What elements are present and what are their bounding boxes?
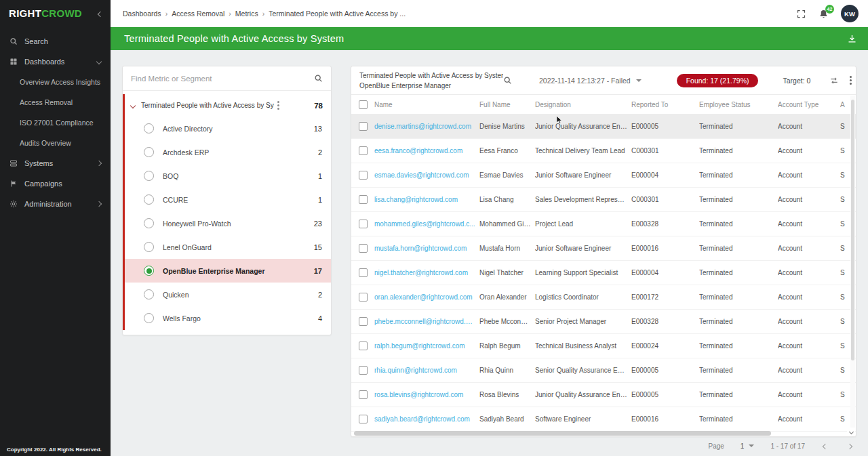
segment-radio[interactable] [144, 218, 154, 228]
row-checkbox[interactable] [359, 122, 368, 131]
segment-item[interactable]: OpenBlue Enterprise Manager17 [125, 259, 331, 283]
email-link[interactable]: mohammed.giles@rightcrowd.c... [374, 220, 479, 228]
email-link[interactable]: sadiyah.beard@rightcrowd.com [374, 415, 479, 423]
metric-search-input[interactable] [131, 75, 314, 83]
email-link[interactable]: esmae.davies@rightcrowd.com [374, 171, 479, 179]
table-row[interactable]: oran.alexander@rightcrowd.comOran Alexan… [351, 285, 856, 310]
segment-radio[interactable] [144, 289, 154, 299]
table-row[interactable]: lisa.chang@rightcrowd.comLisa ChangSales… [351, 188, 856, 212]
segment-radio[interactable] [144, 266, 154, 276]
previous-page-button[interactable] [821, 440, 829, 452]
email-link[interactable]: lisa.chang@rightcrowd.com [374, 196, 479, 203]
breadcrumb-item[interactable]: Metrics [235, 9, 264, 18]
sidebar-item-iso-27001-compliance[interactable]: ISO 27001 Compliance [0, 112, 111, 133]
email-link[interactable]: oran.alexander@rightcrowd.com [374, 293, 479, 301]
column-header[interactable]: Account Type [778, 101, 840, 108]
kebab-menu-icon[interactable] [277, 101, 279, 110]
table-row[interactable]: sadiyah.beard@rightcrowd.comSadiyah Bear… [351, 407, 856, 432]
table-cell: Rhia Quinn [479, 367, 535, 374]
segment-radio[interactable] [144, 171, 154, 181]
table-row[interactable]: nigel.thatcher@rightcrowd.comNigel Thatc… [351, 261, 856, 285]
next-page-button[interactable] [846, 440, 854, 452]
column-header[interactable]: Reported To [631, 101, 699, 108]
table-row[interactable]: mustafa.horn@rightcrowd.comMustafa HornJ… [351, 236, 856, 261]
segment-item[interactable]: Lenel OnGuard15 [125, 235, 331, 259]
segment-radio[interactable] [144, 123, 154, 133]
row-checkbox[interactable] [359, 220, 368, 228]
segment-item[interactable]: BOQ1 [125, 164, 331, 188]
scroll-down-button[interactable] [847, 428, 855, 436]
table-row[interactable]: mohammed.giles@rightcrowd.c...Mohammed G… [351, 212, 856, 236]
sidebar-item-systems[interactable]: Systems [0, 153, 111, 173]
row-checkbox[interactable] [359, 293, 368, 302]
sidebar-item-search[interactable]: Search [0, 31, 111, 51]
breadcrumb-item[interactable]: Dashboards [123, 9, 167, 18]
user-avatar[interactable]: KW [841, 5, 859, 22]
table-row[interactable]: eesa.franco@rightcrowd.comEesa FrancoTec… [351, 139, 856, 163]
kebab-menu-icon[interactable] [850, 76, 852, 85]
column-header[interactable]: Name [374, 101, 479, 108]
table-row[interactable]: phebe.mcconnell@rightcrowd.co...Phebe Mc… [351, 310, 856, 334]
sidebar-item-overview-access-insights[interactable]: Overview Access Insights [0, 72, 111, 92]
row-checkbox[interactable] [359, 195, 368, 204]
sidebar-item-access-removal[interactable]: Access Removal [0, 92, 111, 112]
row-checkbox[interactable] [359, 171, 368, 180]
vertical-scrollbar[interactable] [850, 96, 855, 430]
segment-item[interactable]: Archdesk ERP2 [125, 140, 331, 164]
horizontal-scrollbar[interactable] [354, 431, 845, 436]
row-checkbox[interactable] [359, 317, 368, 326]
compare-button[interactable] [829, 76, 839, 85]
sidebar-collapse-icon[interactable] [98, 7, 102, 19]
table-row[interactable]: denise.martins@rightcrowd.comDenise Mart… [351, 115, 856, 139]
segment-radio[interactable] [144, 147, 154, 157]
segment-item[interactable]: Active Directory13 [125, 117, 331, 140]
row-checkbox[interactable] [359, 341, 368, 350]
segment-item[interactable]: CCURE1 [125, 188, 331, 211]
sidebar-item-dashboards[interactable]: Dashboards [0, 51, 111, 72]
sidebar-item-administration[interactable]: Administration [0, 194, 111, 214]
sidebar-item-campaigns[interactable]: Campaigns [0, 173, 111, 194]
email-link[interactable]: ralph.begum@rightcrowd.com [374, 342, 479, 350]
sidebar-item-audits-overview[interactable]: Audits Overview [0, 133, 111, 153]
vertical-scrollbar-thumb[interactable] [851, 100, 854, 360]
notifications-button[interactable]: 42 [818, 9, 829, 19]
row-checkbox[interactable] [359, 366, 368, 375]
row-checkbox[interactable] [359, 244, 368, 253]
row-checkbox[interactable] [359, 146, 368, 155]
email-link[interactable]: mustafa.horn@rightcrowd.com [374, 245, 479, 252]
column-header[interactable]: Employee Status [699, 101, 778, 108]
row-checkbox[interactable] [359, 268, 368, 277]
search-icon[interactable] [314, 74, 323, 83]
segment-radio[interactable] [144, 313, 154, 323]
segment-item[interactable]: Quicken2 [125, 283, 331, 306]
table-row[interactable]: rosa.blevins@rightcrowd.comRosa BlevinsJ… [351, 383, 856, 407]
metric-parent-row[interactable]: Terminated People with Active Access by … [125, 94, 331, 117]
segment-item[interactable]: Honeywell Pro-Watch23 [125, 211, 331, 235]
segment-radio[interactable] [144, 242, 154, 252]
fullscreen-button[interactable] [796, 9, 806, 19]
table-row[interactable]: rhia.quinn@rightcrowd.comRhia QuinnSenio… [351, 358, 856, 383]
breadcrumb-item[interactable]: Access Removal [172, 9, 231, 18]
email-link[interactable]: rhia.quinn@rightcrowd.com [374, 367, 479, 374]
select-all-checkbox[interactable] [359, 100, 368, 109]
table-row[interactable]: esmae.davies@rightcrowd.comEsmae DaviesJ… [351, 163, 856, 188]
email-link[interactable]: phebe.mcconnell@rightcrowd.co... [374, 318, 479, 325]
email-link[interactable]: denise.martins@rightcrowd.com [374, 123, 479, 130]
horizontal-scrollbar-thumb[interactable] [354, 431, 771, 436]
email-link[interactable]: eesa.franco@rightcrowd.com [374, 147, 479, 154]
table-cell: E000016 [631, 415, 699, 423]
row-checkbox[interactable] [359, 390, 368, 399]
download-button[interactable] [847, 34, 857, 44]
row-checkbox[interactable] [359, 415, 368, 423]
column-header[interactable]: Full Name [479, 101, 535, 108]
table-row[interactable]: ralph.begum@rightcrowd.comRalph BegumTec… [351, 334, 856, 358]
found-badge[interactable]: Found: 17 (21.79%) [677, 74, 759, 87]
segment-item[interactable]: Wells Fargo4 [125, 306, 331, 330]
email-link[interactable]: rosa.blevins@rightcrowd.com [374, 391, 479, 398]
segment-radio[interactable] [144, 194, 154, 205]
email-link[interactable]: nigel.thatcher@rightcrowd.com [374, 269, 479, 276]
column-header[interactable]: Designation [535, 101, 631, 108]
run-selector-dropdown[interactable]: 2022-11-14 12:13:27 - Failed [539, 77, 642, 85]
page-select[interactable]: 1 [741, 442, 755, 450]
search-icon[interactable] [503, 76, 512, 85]
